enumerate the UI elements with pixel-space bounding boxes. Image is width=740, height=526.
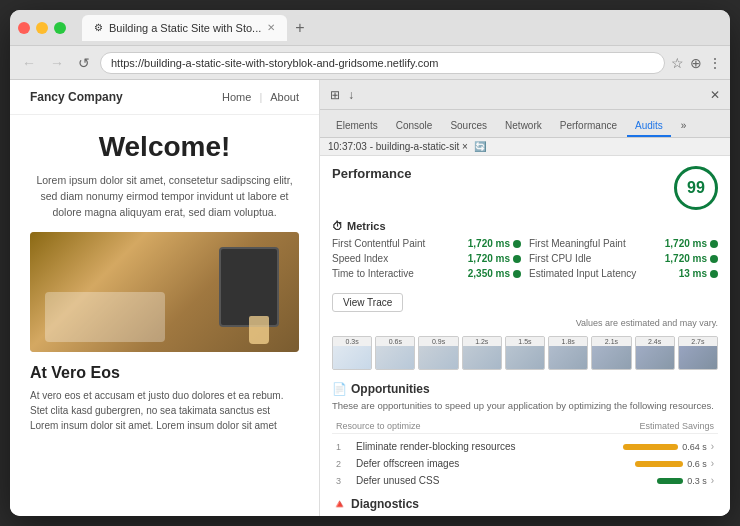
browser-window: ⚙ Building a Static Site with Sto... ✕ +… <box>10 10 730 516</box>
metric-fci-label: First CPU Idle <box>529 253 591 264</box>
site-body: Lorem ipsum dolor sit amet, consetetur s… <box>30 173 299 220</box>
devtools-close-button[interactable]: ✕ <box>708 86 722 104</box>
tab-bar: ⚙ Building a Static Site with Sto... ✕ + <box>82 15 722 41</box>
extensions-icon[interactable]: ⊕ <box>690 55 702 71</box>
devtools-toolbar: ⊞ ↓ ✕ <box>320 80 730 110</box>
metric-row: First Contentful Paint 1,720 ms <box>332 238 521 249</box>
diagnostics-title[interactable]: 🔺 Diagnostics <box>332 497 718 511</box>
opp-col2-header: Estimated Savings <box>639 421 714 431</box>
performance-score: 99 <box>674 166 718 210</box>
filmstrip-img <box>636 346 674 369</box>
nav-home-link[interactable]: Home <box>222 91 251 103</box>
opp-bar-container-2: 0.6 s › <box>635 458 714 469</box>
metric-row: Time to Interactive 2,350 ms <box>332 268 521 279</box>
metric-row: Speed Index 1,720 ms <box>332 253 521 264</box>
filmstrip-frame: 0.3s <box>332 336 372 370</box>
tab-sources[interactable]: Sources <box>442 116 495 137</box>
tablet-image <box>219 247 279 327</box>
diagnostics-icon: 🔺 <box>332 497 347 511</box>
metric-eil-label: Estimated Input Latency <box>529 268 636 279</box>
opp-value-1: 0.64 s <box>682 442 707 452</box>
filmstrip: 0.3s 0.6s 0.9s 1.2s <box>332 336 718 370</box>
devtools-tabs: Elements Console Sources Network Perform… <box>320 110 730 138</box>
opp-icon: 📄 <box>332 382 347 396</box>
metric-fmp-label: First Meaningful Paint <box>529 238 626 249</box>
metric-si-value: 1,720 ms <box>468 253 521 264</box>
nav-separator: | <box>259 91 262 103</box>
opp-row-2[interactable]: 2 Defer offscreen images 0.6 s › <box>332 455 718 472</box>
cup-image <box>249 316 269 344</box>
opp-title-text: Opportunities <box>351 382 430 396</box>
site-content: Welcome! Lorem ipsum dolor sit amet, con… <box>10 115 319 449</box>
opp-row-1[interactable]: 1 Eliminate render-blocking resources 0.… <box>332 438 718 455</box>
tab-audits[interactable]: Audits <box>627 116 671 137</box>
tab-title: Building a Static Site with Sto... <box>109 22 261 34</box>
new-tab-button[interactable]: + <box>291 19 308 37</box>
metric-eil-value: 13 ms <box>679 268 718 279</box>
traffic-lights <box>18 22 66 34</box>
devtools-down-button[interactable]: ↓ <box>346 86 356 104</box>
content-area: Fancy Company Home | About Welcome! Lore… <box>10 80 730 516</box>
opp-bar-3 <box>657 478 683 484</box>
browser-tab[interactable]: ⚙ Building a Static Site with Sto... ✕ <box>82 15 287 41</box>
forward-button[interactable]: → <box>46 53 68 73</box>
devtools-content[interactable]: Performance 99 ⏱ Metrics First Contentfu… <box>320 156 730 516</box>
filmstrip-frame: 2.7s <box>678 336 718 370</box>
metric-si-label: Speed Index <box>332 253 388 264</box>
back-button[interactable]: ← <box>18 53 40 73</box>
bookmark-icon[interactable]: ☆ <box>671 55 684 71</box>
metrics-icon: ⏱ <box>332 220 343 232</box>
devtools-dock-button[interactable]: ⊞ <box>328 86 342 104</box>
filmstrip-img <box>506 346 544 369</box>
opp-num-3: 3 <box>336 476 352 486</box>
devtools-panel: ⊞ ↓ ✕ Elements Console Sources Network P… <box>320 80 730 516</box>
site-image <box>30 232 299 352</box>
minimize-button[interactable] <box>36 22 48 34</box>
filmstrip-frame: 1.8s <box>548 336 588 370</box>
tab-elements[interactable]: Elements <box>328 116 386 137</box>
opp-chevron-3: › <box>711 475 714 486</box>
opp-chevron-1: › <box>711 441 714 452</box>
metric-row: First CPU Idle 1,720 ms <box>529 253 718 264</box>
metric-fcp-value: 1,720 ms <box>468 238 521 249</box>
filmstrip-img <box>549 346 587 369</box>
view-trace-button[interactable]: View Trace <box>332 293 403 312</box>
metric-fmp-dot <box>710 240 718 248</box>
person-overlay <box>45 292 165 342</box>
tab-more[interactable]: » <box>673 116 695 137</box>
tab-network[interactable]: Network <box>497 116 550 137</box>
opportunities-title: 📄 Opportunities <box>332 382 718 396</box>
refresh-button[interactable]: ↺ <box>74 53 94 73</box>
opp-row-3[interactable]: 3 Defer unused CSS 0.3 s › <box>332 472 718 489</box>
close-button[interactable] <box>18 22 30 34</box>
address-bar[interactable]: https://building-a-static-site-with-stor… <box>100 52 665 74</box>
filmstrip-frame: 2.4s <box>635 336 675 370</box>
metric-row: First Meaningful Paint 1,720 ms <box>529 238 718 249</box>
nav-actions: ☆ ⊕ ⋮ <box>671 55 722 71</box>
opp-bar-2 <box>635 461 683 467</box>
metric-fcp-dot <box>513 240 521 248</box>
opp-num-1: 1 <box>336 442 352 452</box>
filmstrip-img <box>333 346 371 369</box>
menu-icon[interactable]: ⋮ <box>708 55 722 71</box>
filmstrip-img <box>463 346 501 369</box>
diagnostics-label: Diagnostics <box>351 497 419 511</box>
metric-tti-value: 2,350 ms <box>468 268 521 279</box>
opp-col1-header: Resource to optimize <box>336 421 639 431</box>
website-panel: Fancy Company Home | About Welcome! Lore… <box>10 80 320 516</box>
estimated-note: Values are estimated and may vary. <box>332 318 718 328</box>
section-heading: At Vero Eos <box>30 364 299 382</box>
tab-favicon: ⚙ <box>94 22 103 33</box>
maximize-button[interactable] <box>54 22 66 34</box>
site-image-inner <box>30 232 299 352</box>
metrics-title: ⏱ Metrics <box>332 220 718 232</box>
nav-about-link[interactable]: About <box>270 91 299 103</box>
tab-close-icon[interactable]: ✕ <box>267 22 275 33</box>
audit-score-header: Performance 99 <box>332 166 718 210</box>
tab-performance[interactable]: Performance <box>552 116 625 137</box>
breadcrumb-icon: 🔄 <box>474 141 486 152</box>
metric-tti-label: Time to Interactive <box>332 268 414 279</box>
site-nav: Fancy Company Home | About <box>10 80 319 115</box>
tab-console[interactable]: Console <box>388 116 441 137</box>
opp-num-2: 2 <box>336 459 352 469</box>
